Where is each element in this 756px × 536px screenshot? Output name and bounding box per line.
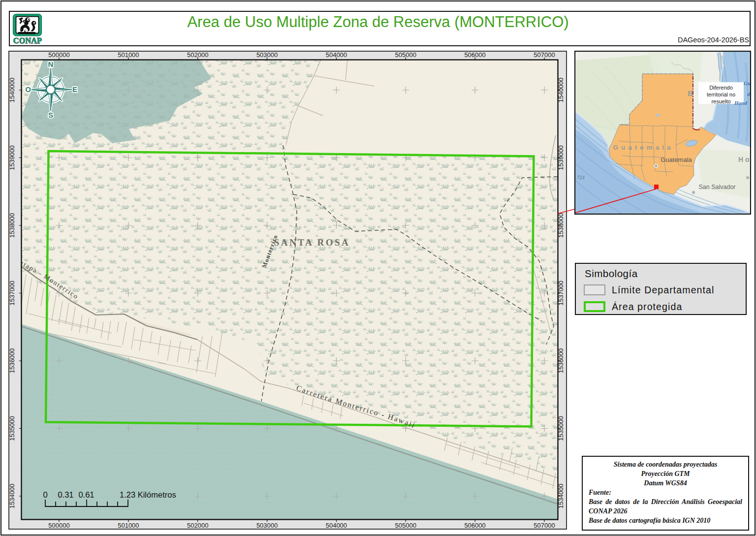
svg-text:507000: 507000 bbox=[534, 51, 555, 59]
svg-text:SANTA ROSA: SANTA ROSA bbox=[274, 237, 350, 248]
svg-text:N: N bbox=[48, 60, 54, 68]
svg-text:0.31: 0.31 bbox=[58, 490, 73, 499]
svg-text:500000: 500000 bbox=[48, 522, 69, 529]
svg-text:1536000: 1536000 bbox=[557, 348, 565, 374]
svg-text:721: 721 bbox=[577, 174, 585, 180]
svg-text:503000: 503000 bbox=[256, 51, 278, 59]
svg-text:1539000: 1539000 bbox=[557, 145, 565, 170]
svg-text:506000: 506000 bbox=[464, 522, 485, 529]
svg-text:O: O bbox=[25, 85, 31, 94]
svg-text:Ho: Ho bbox=[738, 156, 751, 163]
svg-text:503000: 503000 bbox=[256, 522, 278, 529]
svg-text:505000: 505000 bbox=[395, 522, 416, 529]
svg-text:Diferendo: Diferendo bbox=[709, 85, 733, 91]
svg-text:504000: 504000 bbox=[326, 51, 347, 59]
svg-text:Guatemala: Guatemala bbox=[661, 156, 692, 163]
svg-text:Hond: Hond bbox=[734, 100, 747, 106]
svg-text:1538000: 1538000 bbox=[557, 213, 565, 238]
svg-text:507000: 507000 bbox=[534, 522, 555, 529]
svg-text:1538000: 1538000 bbox=[8, 213, 16, 238]
svg-text:501000: 501000 bbox=[118, 522, 139, 529]
svg-text:San Salvador: San Salvador bbox=[698, 184, 735, 190]
svg-text:1534000: 1534000 bbox=[8, 484, 16, 509]
svg-text:0: 0 bbox=[43, 490, 47, 499]
svg-text:500000: 500000 bbox=[48, 51, 69, 59]
svg-text:1537000: 1537000 bbox=[557, 281, 565, 306]
svg-text:502000: 502000 bbox=[187, 51, 208, 59]
svg-text:506000: 506000 bbox=[464, 51, 485, 59]
svg-text:1535000: 1535000 bbox=[8, 416, 16, 441]
svg-text:1536000: 1536000 bbox=[8, 348, 16, 374]
svg-text:1534000: 1534000 bbox=[557, 484, 565, 509]
svg-text:B: B bbox=[688, 89, 693, 97]
svg-text:502000: 502000 bbox=[187, 522, 208, 529]
svg-text:d: d bbox=[747, 91, 750, 97]
svg-text:E: E bbox=[72, 85, 77, 94]
svg-text:CONAP: CONAP bbox=[13, 36, 42, 45]
svg-text:1.23 Kilómetros: 1.23 Kilómetros bbox=[120, 490, 176, 499]
svg-text:504000: 504000 bbox=[326, 522, 347, 529]
svg-text:Gu: Gu bbox=[744, 80, 751, 86]
svg-text:1537000: 1537000 bbox=[8, 281, 16, 306]
svg-text:505000: 505000 bbox=[395, 51, 416, 59]
svg-text:501000: 501000 bbox=[118, 51, 139, 59]
svg-text:Guatemala: Guatemala bbox=[613, 144, 673, 151]
svg-text:S: S bbox=[48, 111, 53, 119]
svg-text:1540000: 1540000 bbox=[8, 78, 16, 103]
svg-text:1535000: 1535000 bbox=[557, 416, 565, 441]
svg-text:resuelto: resuelto bbox=[711, 98, 730, 104]
svg-text:1540000: 1540000 bbox=[557, 78, 565, 103]
svg-text:territorial no: territorial no bbox=[707, 92, 735, 97]
svg-text:0.61: 0.61 bbox=[78, 490, 94, 499]
svg-text:1539000: 1539000 bbox=[8, 145, 16, 170]
